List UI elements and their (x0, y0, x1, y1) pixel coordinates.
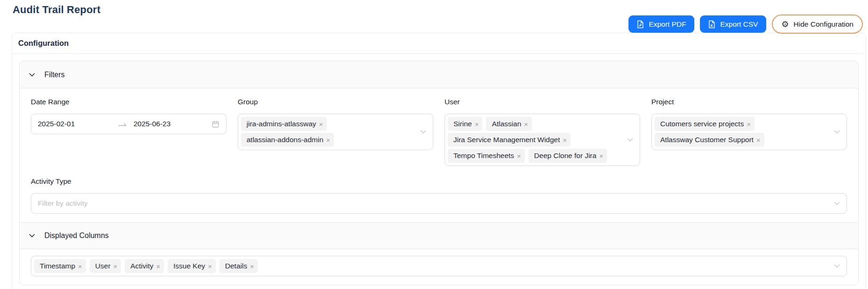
tag-label: Timestamp (40, 262, 75, 270)
tag-label: Issue Key (173, 262, 205, 270)
file-pdf-icon (637, 20, 644, 29)
configuration-card: Configuration Filters Date Range (12, 33, 866, 289)
group-label: Group (238, 98, 433, 106)
displayed-columns-panel-title: Displayed Columns (44, 231, 109, 240)
tag-remove-icon[interactable]: × (113, 263, 118, 270)
tag-label: Cutomers service projects (660, 120, 744, 128)
project-label: Project (651, 98, 847, 106)
configuration-card-body: Filters Date Range 2025-02-01 (12, 54, 866, 289)
tag-remove-icon[interactable]: × (250, 263, 254, 270)
tag: User× (90, 259, 121, 273)
tag-label: Sirine (453, 120, 472, 128)
tag-label: Jira Service Management Widget (453, 136, 560, 144)
hide-configuration-label: Hide Configuration (794, 20, 854, 29)
tag-label: Atlassian (492, 120, 521, 128)
configuration-collapse: Filters Date Range 2025-02-01 (19, 61, 859, 285)
tag-label: Deep Clone for Jira (534, 152, 597, 160)
tag-remove-icon[interactable]: × (599, 152, 603, 159)
tag-remove-icon[interactable]: × (756, 137, 761, 144)
page-title: Audit Trail Report (13, 4, 100, 16)
chevron-down-icon (834, 130, 840, 134)
chevron-down-icon (627, 138, 633, 142)
date-range-picker[interactable]: 2025-02-01 2025-06-23 (31, 114, 226, 134)
configuration-card-title: Configuration (12, 33, 866, 54)
displayed-columns-panel-body: Timestamp×User×Activity×Issue Key×Detail… (20, 249, 858, 285)
tag: Issue Key× (168, 259, 216, 273)
tag: Cutomers service projects× (655, 117, 755, 131)
tag: Jira Service Management Widget× (448, 133, 571, 147)
tag-remove-icon[interactable]: × (326, 137, 331, 144)
filters-grid: Date Range 2025-02-01 2025-06-23 (31, 98, 847, 166)
date-range-label: Date Range (31, 98, 226, 106)
user-select[interactable]: Sirine×Atlassian×Jira Service Management… (445, 114, 640, 166)
filters-panel-header[interactable]: Filters (20, 61, 858, 88)
activity-type-placeholder: Filter by activity (38, 199, 88, 208)
tag-label: Activity (130, 262, 153, 270)
tag: Activity× (125, 259, 164, 273)
chevron-down-icon (420, 130, 426, 134)
chevron-down-icon (29, 73, 35, 77)
tag-label: User (95, 262, 111, 270)
user-field: User Sirine×Atlassian×Jira Service Manag… (445, 98, 640, 166)
displayed-columns-select[interactable]: Timestamp×User×Activity×Issue Key×Detail… (31, 256, 847, 276)
tag: Timestamp× (34, 259, 86, 273)
tag-label: Atlassway Customer Support (660, 136, 754, 144)
tag-remove-icon[interactable]: × (475, 121, 479, 128)
tag-remove-icon[interactable]: × (319, 121, 323, 128)
group-field: Group jira-admins-atlassway×atlassian-ad… (238, 98, 433, 150)
tag-remove-icon[interactable]: × (747, 121, 751, 128)
tag-label: Tempo Timesheets (453, 152, 514, 160)
tag: Details× (219, 259, 258, 273)
export-pdf-label: Export PDF (649, 20, 686, 29)
file-excel-icon (708, 20, 715, 29)
tag-label: atlassian-addons-admin (247, 136, 324, 144)
tag-remove-icon[interactable]: × (563, 137, 567, 144)
swap-right-arrow-icon (118, 121, 127, 127)
tag-remove-icon[interactable]: × (524, 121, 528, 128)
activity-type-field: Activity Type Filter by activity (31, 177, 847, 214)
group-select[interactable]: jira-admins-atlassway×atlassian-addons-a… (238, 114, 433, 150)
tag: atlassian-addons-admin× (241, 133, 334, 147)
chevron-down-icon (29, 234, 35, 238)
project-field: Project Cutomers service projects×Atlass… (651, 98, 847, 150)
tag: Tempo Timesheets× (448, 149, 525, 163)
tag: Deep Clone for Jira× (529, 149, 607, 163)
tag-label: Details (225, 262, 247, 270)
tag: Atlassian× (486, 117, 532, 131)
date-range-start[interactable]: 2025-02-01 (38, 120, 118, 128)
export-pdf-button[interactable]: Export PDF (628, 15, 694, 33)
date-range-end[interactable]: 2025-06-23 (134, 120, 170, 128)
tag-label: jira-admins-atlassway (247, 120, 316, 128)
tag-remove-icon[interactable]: × (517, 152, 521, 159)
chevron-down-icon (834, 202, 840, 205)
tag-remove-icon[interactable]: × (208, 263, 212, 270)
tag: jira-admins-atlassway× (241, 117, 327, 131)
user-label: User (445, 98, 640, 106)
tag: Atlassway Customer Support× (655, 133, 764, 147)
tag-remove-icon[interactable]: × (78, 263, 82, 270)
project-select[interactable]: Cutomers service projects×Atlassway Cust… (651, 114, 847, 150)
top-bar: Audit Trail Report Export PDF Export CSV… (0, 0, 868, 33)
gear-icon: ⚙ (781, 20, 789, 29)
filters-panel-title: Filters (44, 71, 65, 79)
activity-type-label: Activity Type (31, 177, 847, 186)
toolbar-actions: Export PDF Export CSV ⚙ Hide Configurati… (628, 14, 863, 34)
tag-remove-icon[interactable]: × (156, 263, 160, 270)
filters-panel-body: Date Range 2025-02-01 2025-06-23 (20, 88, 858, 222)
activity-type-select[interactable]: Filter by activity (31, 193, 847, 214)
tag: Sirine× (448, 117, 482, 131)
chevron-down-icon (834, 264, 840, 268)
calendar-icon (212, 120, 219, 128)
displayed-columns-panel-header[interactable]: Displayed Columns (20, 222, 858, 249)
export-csv-label: Export CSV (720, 20, 758, 29)
export-csv-button[interactable]: Export CSV (700, 15, 766, 33)
hide-configuration-button[interactable]: ⚙ Hide Configuration (772, 14, 863, 34)
date-range-field: Date Range 2025-02-01 2025-06-23 (31, 98, 226, 134)
